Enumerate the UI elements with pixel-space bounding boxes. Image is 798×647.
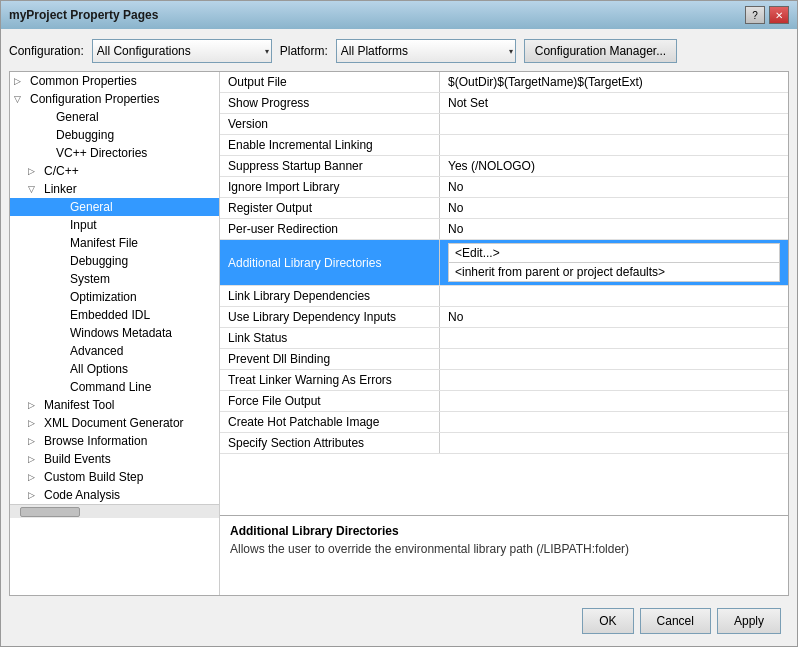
tree-label-browse-info: Browse Information [44, 434, 147, 448]
prop-name-1: Show Progress [220, 93, 440, 113]
dropdown-options: <Edit...><inherit from parent or project… [448, 243, 780, 282]
bottom-bar: OK Cancel Apply [9, 602, 789, 638]
tree-item-debugging[interactable]: Debugging [10, 126, 219, 144]
tree-label-general: General [56, 110, 99, 124]
tree-item-browse-info[interactable]: ▷Browse Information [10, 432, 219, 450]
tree-arrow-manifest-tool: ▷ [28, 400, 42, 410]
tree-item-linker-embedded-idl[interactable]: Embedded IDL [10, 306, 219, 324]
prop-name-6: Register Output [220, 198, 440, 218]
tree-item-linker-advanced[interactable]: Advanced [10, 342, 219, 360]
tree-label-debugging: Debugging [56, 128, 114, 142]
cancel-button[interactable]: Cancel [640, 608, 711, 634]
tree-item-vcpp-dirs[interactable]: VC++ Directories [10, 144, 219, 162]
tree-item-linker-debugging[interactable]: Debugging [10, 252, 219, 270]
tree-item-code-analysis[interactable]: ▷Code Analysis [10, 486, 219, 504]
prop-row-6[interactable]: Register OutputNo [220, 198, 788, 219]
tree-item-linker[interactable]: ▽Linker [10, 180, 219, 198]
tree-label-cpp: C/C++ [44, 164, 79, 178]
ok-button[interactable]: OK [582, 608, 633, 634]
prop-row-8[interactable]: Additional Library Directories<Edit...><… [220, 240, 788, 286]
close-button[interactable]: ✕ [769, 6, 789, 24]
configuration-select[interactable]: All Configurations ▾ [92, 39, 272, 63]
tree-item-linker-windows-meta[interactable]: Windows Metadata [10, 324, 219, 342]
tree-item-xml-doc-gen[interactable]: ▷XML Document Generator [10, 414, 219, 432]
tree-arrow-common-props: ▷ [14, 76, 28, 86]
prop-value-3 [440, 135, 788, 155]
tree-label-build-events: Build Events [44, 452, 111, 466]
prop-row-11[interactable]: Link Status [220, 328, 788, 349]
tree-item-linker-all-options[interactable]: All Options [10, 360, 219, 378]
config-value: All Configurations [97, 44, 267, 58]
tree-label-xml-doc-gen: XML Document Generator [44, 416, 184, 430]
prop-value-13 [440, 370, 788, 390]
tree-item-linker-input[interactable]: Input [10, 216, 219, 234]
prop-row-1[interactable]: Show ProgressNot Set [220, 93, 788, 114]
prop-row-13[interactable]: Treat Linker Warning As Errors [220, 370, 788, 391]
help-button[interactable]: ? [745, 6, 765, 24]
prop-name-15: Create Hot Patchable Image [220, 412, 440, 432]
tree-item-general[interactable]: General [10, 108, 219, 126]
prop-value-12 [440, 349, 788, 369]
prop-row-14[interactable]: Force File Output [220, 391, 788, 412]
tree-label-linker-windows-meta: Windows Metadata [70, 326, 172, 340]
horizontal-scrollbar[interactable] [10, 504, 219, 518]
prop-name-14: Force File Output [220, 391, 440, 411]
prop-name-8: Additional Library Directories [220, 240, 440, 285]
tree-item-manifest-tool[interactable]: ▷Manifest Tool [10, 396, 219, 414]
tree-arrow-linker: ▽ [28, 184, 42, 194]
tree-item-build-events[interactable]: ▷Build Events [10, 450, 219, 468]
tree-item-linker-optimization[interactable]: Optimization [10, 288, 219, 306]
prop-row-3[interactable]: Enable Incremental Linking [220, 135, 788, 156]
tree-label-code-analysis: Code Analysis [44, 488, 120, 502]
main-window: myProject Property Pages ? ✕ Configurati… [0, 0, 798, 647]
tree-item-linker-command-line[interactable]: Command Line [10, 378, 219, 396]
tree-item-config-props[interactable]: ▽Configuration Properties [10, 90, 219, 108]
prop-row-9[interactable]: Link Library Dependencies [220, 286, 788, 307]
tree-item-linker-general[interactable]: General [10, 198, 219, 216]
prop-value-4: Yes (/NOLOGO) [440, 156, 788, 176]
info-desc: Allows the user to override the environm… [230, 542, 778, 556]
info-title: Additional Library Directories [230, 524, 778, 538]
prop-name-4: Suppress Startup Banner [220, 156, 440, 176]
tree-label-linker-general: General [70, 200, 113, 214]
tree-item-linker-manifest[interactable]: Manifest File [10, 234, 219, 252]
config-arrow-icon: ▾ [265, 47, 269, 56]
window-title: myProject Property Pages [9, 8, 158, 22]
prop-row-15[interactable]: Create Hot Patchable Image [220, 412, 788, 433]
dropdown-option-1[interactable]: <inherit from parent or project defaults… [448, 262, 780, 282]
prop-value-16 [440, 433, 788, 453]
prop-value-11 [440, 328, 788, 348]
prop-name-16: Specify Section Attributes [220, 433, 440, 453]
config-manager-button[interactable]: Configuration Manager... [524, 39, 677, 63]
prop-value-1: Not Set [440, 93, 788, 113]
prop-value-10: No [440, 307, 788, 327]
tree-item-custom-build[interactable]: ▷Custom Build Step [10, 468, 219, 486]
prop-row-7[interactable]: Per-user RedirectionNo [220, 219, 788, 240]
dropdown-option-0[interactable]: <Edit...> [448, 243, 780, 262]
tree-label-linker-all-options: All Options [70, 362, 128, 376]
prop-row-5[interactable]: Ignore Import LibraryNo [220, 177, 788, 198]
tree-arrow-code-analysis: ▷ [28, 490, 42, 500]
tree-item-linker-system[interactable]: System [10, 270, 219, 288]
prop-name-11: Link Status [220, 328, 440, 348]
config-bar: Configuration: All Configurations ▾ Plat… [9, 37, 789, 65]
prop-name-12: Prevent Dll Binding [220, 349, 440, 369]
tree-label-linker-command-line: Command Line [70, 380, 151, 394]
prop-row-0[interactable]: Output File$(OutDir)$(TargetName)$(Targe… [220, 72, 788, 93]
prop-value-15 [440, 412, 788, 432]
apply-button[interactable]: Apply [717, 608, 781, 634]
window-content: Configuration: All Configurations ▾ Plat… [1, 29, 797, 646]
prop-row-12[interactable]: Prevent Dll Binding [220, 349, 788, 370]
platform-select[interactable]: All Platforms ▾ [336, 39, 516, 63]
scroll-thumb[interactable] [20, 507, 80, 517]
main-panel: ▷Common Properties▽Configuration Propert… [9, 71, 789, 596]
tree-item-common-props[interactable]: ▷Common Properties [10, 72, 219, 90]
prop-row-4[interactable]: Suppress Startup BannerYes (/NOLOGO) [220, 156, 788, 177]
prop-row-10[interactable]: Use Library Dependency InputsNo [220, 307, 788, 328]
prop-row-2[interactable]: Version [220, 114, 788, 135]
tree-arrow-browse-info: ▷ [28, 436, 42, 446]
prop-row-16[interactable]: Specify Section Attributes [220, 433, 788, 454]
prop-name-10: Use Library Dependency Inputs [220, 307, 440, 327]
tree-item-cpp[interactable]: ▷C/C++ [10, 162, 219, 180]
prop-value-8[interactable]: <Edit...><inherit from parent or project… [440, 240, 788, 285]
